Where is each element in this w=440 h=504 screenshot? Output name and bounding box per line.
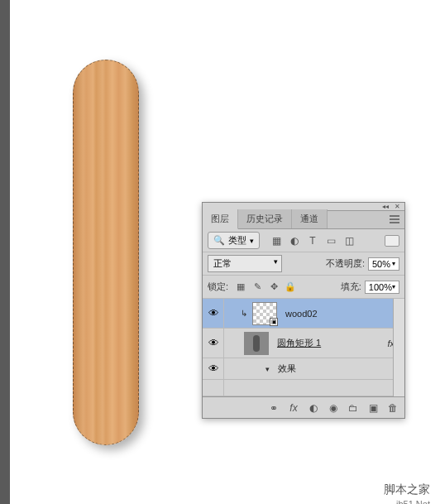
layer-row-roundrect[interactable]: 👁 圆角矩形 1 fx ▾ bbox=[203, 329, 404, 358]
canvas-area: ◂◂ ✕ 图层 历史记录 通道 🔍 类型 ▾ ▦ ◐ T ▭ ◫ bbox=[0, 0, 440, 504]
layer-row-extra[interactable] bbox=[203, 380, 404, 396]
opacity-value: 50% bbox=[372, 259, 390, 269]
filter-kind-select[interactable]: 🔍 类型 ▾ bbox=[208, 232, 260, 249]
layer-name[interactable]: 圆角矩形 1 bbox=[277, 337, 321, 349]
opacity-input[interactable]: 50% ▾ bbox=[368, 257, 399, 271]
filter-adjust-icon[interactable]: ◐ bbox=[288, 234, 301, 247]
filter-kind-label: 类型 bbox=[228, 234, 246, 247]
layer-thumb[interactable]: ▣ bbox=[252, 302, 277, 325]
effects-label: 效果 bbox=[278, 362, 296, 375]
tab-layers[interactable]: 图层 bbox=[203, 209, 238, 229]
visibility-toggle[interactable] bbox=[204, 380, 224, 396]
panel-bottom-toolbar: ⚭ fx ◐ ◉ 🗀 ▣ 🗑 bbox=[203, 396, 404, 418]
lock-transparent-icon[interactable]: ▦ bbox=[235, 281, 246, 293]
lock-all-icon[interactable]: 🔒 bbox=[285, 281, 296, 293]
filter-shape-icon[interactable]: ▭ bbox=[324, 234, 337, 247]
scrollbar[interactable] bbox=[393, 299, 404, 396]
lock-icons: ▦ ✎ ✥ 🔒 bbox=[235, 281, 296, 293]
filter-toggle[interactable] bbox=[385, 235, 399, 247]
filter-icons: ▦ ◐ T ▭ ◫ bbox=[270, 234, 356, 247]
blend-mode-select[interactable]: 正常 bbox=[208, 255, 282, 272]
trash-icon[interactable]: 🗑 bbox=[386, 401, 399, 415]
layer-name[interactable]: wood02 bbox=[285, 309, 318, 319]
close-panel-icon[interactable]: ✕ bbox=[393, 204, 401, 209]
lock-move-icon[interactable]: ✥ bbox=[268, 281, 280, 293]
filter-type-icon[interactable]: T bbox=[306, 234, 319, 247]
fill-label: 填充: bbox=[341, 281, 361, 293]
collapse-icon[interactable]: ◂◂ bbox=[381, 204, 390, 209]
visibility-toggle[interactable]: 👁 bbox=[204, 299, 224, 328]
search-icon: 🔍 bbox=[213, 235, 225, 246]
wood-stick-shape[interactable] bbox=[73, 60, 139, 445]
lock-brush-icon[interactable]: ✎ bbox=[251, 281, 263, 293]
fx-icon[interactable]: fx bbox=[287, 401, 300, 415]
panel-tabs: 图层 历史记录 通道 bbox=[203, 211, 404, 229]
fill-value: 100% bbox=[369, 282, 392, 292]
adjustment-icon[interactable]: ◉ bbox=[327, 401, 340, 415]
blend-mode-value: 正常 bbox=[213, 258, 232, 268]
filter-row: 🔍 类型 ▾ ▦ ◐ T ▭ ◫ bbox=[203, 229, 404, 252]
tab-history[interactable]: 历史记录 bbox=[238, 209, 292, 228]
new-layer-icon[interactable]: ▣ bbox=[366, 401, 380, 415]
visibility-toggle[interactable]: 👁 bbox=[204, 358, 224, 379]
lock-label: 锁定: bbox=[208, 281, 228, 293]
filter-smart-icon[interactable]: ◫ bbox=[342, 234, 356, 247]
filter-pixel-icon[interactable]: ▦ bbox=[270, 234, 283, 247]
tab-channels[interactable]: 通道 bbox=[292, 209, 328, 228]
smart-object-badge: ▣ bbox=[270, 318, 278, 326]
link-layers-icon[interactable]: ⚭ bbox=[267, 401, 280, 415]
visibility-toggle[interactable]: 👁 bbox=[204, 329, 224, 358]
expand-triangle-icon[interactable]: ▾ bbox=[265, 365, 270, 373]
group-icon[interactable]: 🗀 bbox=[347, 401, 360, 415]
layer-row-wood02[interactable]: 👁 ↳ ▣ wood02 bbox=[203, 299, 404, 329]
fill-input[interactable]: 100% ▾ bbox=[365, 281, 399, 294]
lock-row: 锁定: ▦ ✎ ✥ 🔒 填充: 100% ▾ bbox=[203, 276, 404, 299]
blend-row: 正常 不透明度: 50% ▾ bbox=[203, 252, 404, 276]
layers-panel: ◂◂ ✕ 图层 历史记录 通道 🔍 类型 ▾ ▦ ◐ T ▭ ◫ bbox=[202, 202, 405, 419]
watermark-text: 脚本之家 bbox=[384, 482, 430, 497]
chevron-down-icon: ▾ bbox=[392, 260, 395, 267]
layers-list: 👁 ↳ ▣ wood02 👁 圆角矩形 1 fx ▾ bbox=[203, 299, 404, 396]
chevron-down-icon: ▾ bbox=[392, 283, 395, 290]
mask-icon[interactable]: ◐ bbox=[307, 401, 320, 415]
opacity-label: 不透明度: bbox=[326, 257, 365, 270]
layer-row-effects[interactable]: 👁 ▾ 效果 bbox=[203, 358, 404, 380]
layer-thumb-shape[interactable] bbox=[244, 332, 269, 355]
chevron-down-icon: ▾ bbox=[250, 237, 254, 245]
clip-arrow-icon: ↳ bbox=[241, 309, 247, 318]
panel-menu-icon[interactable] bbox=[390, 214, 401, 224]
watermark-sub-text: jb51.Net bbox=[396, 499, 430, 504]
